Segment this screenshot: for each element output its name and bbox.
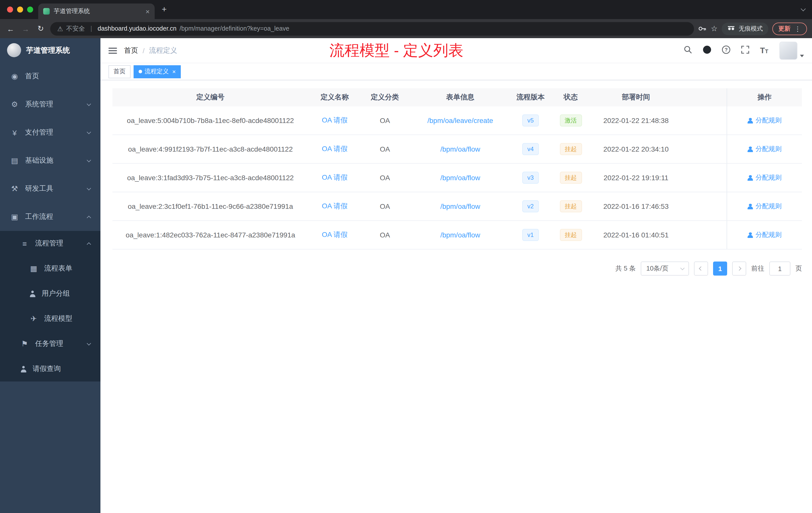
chevron-icon bbox=[87, 158, 91, 162]
form-link[interactable]: /bpm/oa/flow bbox=[440, 174, 480, 182]
definition-name-link[interactable]: OA 请假 bbox=[322, 202, 348, 211]
cell-version: v1 bbox=[512, 221, 549, 249]
sidebar-item-payment-management[interactable]: ¥ 支付管理 bbox=[0, 118, 100, 147]
tag-active[interactable]: 流程定义 × bbox=[134, 65, 181, 78]
goto-page-input[interactable] bbox=[769, 262, 790, 276]
sidebar-item-user-group[interactable]: 用户分组 bbox=[0, 281, 100, 306]
breadcrumb: 首页 / 流程定义 bbox=[124, 46, 177, 55]
cell-version: v4 bbox=[512, 135, 549, 163]
sidebar-item-process-form[interactable]: ▦ 流程表单 bbox=[0, 256, 100, 281]
page-size-select[interactable]: 10条/页 bbox=[641, 262, 689, 276]
person-icon bbox=[20, 366, 27, 372]
bookmark-star-icon[interactable]: ☆ bbox=[711, 24, 718, 33]
sidebar-item-home[interactable]: ◉ 首页 bbox=[0, 62, 100, 90]
form-link[interactable]: /bpm/oa/flow bbox=[440, 231, 480, 239]
cell-form: /bpm/oa/flow bbox=[409, 192, 512, 220]
user-menu[interactable] bbox=[779, 41, 804, 59]
assign-rule-button[interactable]: 分配规则 bbox=[748, 145, 782, 154]
new-tab-button[interactable]: + bbox=[162, 4, 167, 14]
window-close-button[interactable] bbox=[7, 6, 13, 12]
screen: 芋道管理系统 × + ← → ↻ ⚠ 不安全 | dashboard.yudao… bbox=[0, 0, 812, 513]
breadcrumb-home[interactable]: 首页 bbox=[124, 46, 138, 55]
cell-definition-name: OA 请假 bbox=[308, 221, 361, 249]
browser-toolbar: ← → ↻ ⚠ 不安全 | dashboard.yudao.iocoder.cn… bbox=[0, 19, 812, 38]
avatar[interactable] bbox=[779, 41, 798, 59]
form-link[interactable]: /bpm/oa/flow bbox=[440, 145, 480, 153]
hamburger-icon[interactable] bbox=[109, 46, 117, 55]
assign-rule-button[interactable]: 分配规则 bbox=[748, 173, 782, 182]
gear-icon: ⚙ bbox=[10, 100, 19, 109]
app-logo[interactable]: 芋道管理系统 bbox=[0, 38, 100, 62]
form-link[interactable]: /bpm/oa/flow bbox=[440, 202, 480, 210]
yen-icon: ¥ bbox=[10, 128, 19, 137]
tag-label: 首页 bbox=[114, 67, 125, 76]
sidebar-item-infrastructure[interactable]: ▤ 基础设施 bbox=[0, 147, 100, 175]
definition-name-link[interactable]: OA 请假 bbox=[322, 145, 348, 154]
sidebar-item-dev-tools[interactable]: ⚒ 研发工具 bbox=[0, 175, 100, 203]
assign-rule-button[interactable]: 分配规则 bbox=[748, 116, 782, 125]
search-icon[interactable] bbox=[684, 45, 693, 56]
tab-list-chevron-icon[interactable] bbox=[801, 6, 806, 11]
update-label: 更新 bbox=[778, 24, 790, 33]
breadcrumb-separator: / bbox=[143, 47, 145, 55]
definition-name-link[interactable]: OA 请假 bbox=[322, 173, 348, 182]
chevron-icon bbox=[87, 130, 91, 134]
security-label: 不安全 bbox=[66, 24, 85, 33]
paper-plane-icon: ✈ bbox=[29, 314, 38, 323]
browser-update-button[interactable]: 更新 ⋮ bbox=[772, 22, 807, 35]
github-icon[interactable] bbox=[703, 45, 712, 56]
cell-definition-id: oa_leave:1:482ec033-762a-11ec-8477-a2380… bbox=[113, 221, 308, 249]
form-icon: ▦ bbox=[29, 264, 38, 273]
sidebar-item-process-model[interactable]: ✈ 流程模型 bbox=[0, 306, 100, 331]
cell-spacer bbox=[680, 221, 727, 249]
tab-favicon-icon bbox=[43, 8, 50, 14]
status-tag: 挂起 bbox=[560, 229, 582, 241]
reload-button[interactable]: ↻ bbox=[35, 24, 46, 33]
back-button[interactable]: ← bbox=[5, 24, 16, 33]
column-header-id: 定义编号 bbox=[113, 88, 308, 107]
user-group-icon bbox=[29, 291, 36, 297]
sidebar-item-leave-query[interactable]: 请假查询 bbox=[0, 356, 100, 382]
cell-action: 分配规则 bbox=[727, 192, 802, 220]
version-tag: v1 bbox=[522, 229, 539, 241]
forward-button[interactable]: → bbox=[20, 24, 31, 33]
annotation-overlay: 流程模型 - 定义列表 bbox=[329, 40, 463, 61]
table-row: oa_leave:4:991f2193-7b7f-11ec-a3c8-acde4… bbox=[113, 135, 802, 163]
sidebar-item-process-management[interactable]: ≡ 流程管理 bbox=[0, 231, 100, 256]
fullscreen-icon[interactable] bbox=[741, 45, 750, 56]
next-page-button[interactable] bbox=[732, 262, 746, 276]
sidebar-item-workflow[interactable]: ▣ 工作流程 bbox=[0, 203, 100, 231]
chevron-icon bbox=[87, 186, 91, 190]
cell-version: v3 bbox=[512, 163, 549, 192]
question-icon[interactable]: ? bbox=[722, 45, 731, 56]
key-icon[interactable] bbox=[698, 25, 707, 33]
cell-category: OA bbox=[361, 163, 409, 192]
form-link[interactable]: /bpm/oa/leave/create bbox=[427, 117, 493, 124]
window-minimize-button[interactable] bbox=[17, 6, 23, 12]
sidebar-item-system-management[interactable]: ⚙ 系统管理 bbox=[0, 90, 100, 118]
assign-rule-button[interactable]: 分配规则 bbox=[748, 202, 782, 211]
definition-name-link[interactable]: OA 请假 bbox=[322, 231, 348, 239]
cell-action: 分配规则 bbox=[727, 135, 802, 163]
tag-close-icon[interactable]: × bbox=[172, 68, 176, 74]
tools-icon: ⚒ bbox=[10, 184, 19, 193]
window-zoom-button[interactable] bbox=[27, 6, 33, 12]
chevron-icon bbox=[87, 102, 91, 106]
tag-item[interactable]: 首页 bbox=[109, 65, 130, 78]
browser-tab[interactable]: 芋道管理系统 × bbox=[38, 3, 155, 19]
assign-rule-button[interactable]: 分配规则 bbox=[748, 231, 782, 239]
breadcrumb-current: 流程定义 bbox=[149, 46, 177, 55]
font-size-icon[interactable]: TT bbox=[760, 47, 768, 55]
tab-close-icon[interactable]: × bbox=[146, 8, 150, 15]
prev-page-button[interactable] bbox=[694, 262, 708, 276]
url-separator: | bbox=[90, 25, 92, 32]
table-body: oa_leave:5:004b710b-7b8a-11ec-8ef0-acde4… bbox=[113, 107, 802, 249]
version-tag: v2 bbox=[522, 200, 539, 212]
kebab-menu-icon[interactable]: ⋮ bbox=[794, 25, 801, 32]
cell-form: /bpm/oa/flow bbox=[409, 221, 512, 249]
definition-name-link[interactable]: OA 请假 bbox=[322, 116, 348, 125]
sidebar-item-task-management[interactable]: ⚑ 任务管理 bbox=[0, 331, 100, 356]
address-bar[interactable]: ⚠ 不安全 | dashboard.yudao.iocoder.cn/bpm/m… bbox=[50, 22, 694, 35]
infrastructure-icon: ▤ bbox=[10, 156, 19, 165]
current-page-button[interactable]: 1 bbox=[713, 262, 727, 276]
